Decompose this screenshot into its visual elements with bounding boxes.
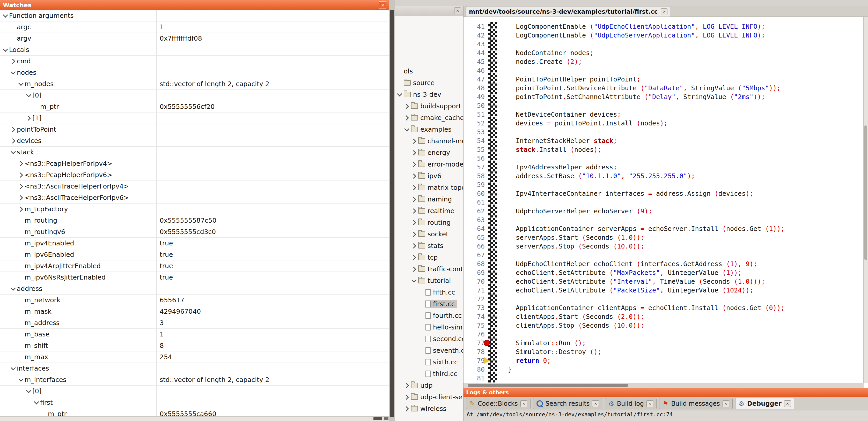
- expander-open-icon[interactable]: [410, 277, 418, 285]
- watch-row[interactable]: m_tcpFactory: [0, 203, 389, 215]
- watch-row[interactable]: [0]: [0, 386, 389, 397]
- tree-item-ns-3-dev[interactable]: ns-3-dev: [395, 89, 463, 100]
- breakpoint-margin[interactable]: [488, 189, 497, 198]
- logs-tab-build-log[interactable]: ⚙Build log✕: [605, 398, 657, 409]
- watch-row[interactable]: m_ipv4Enabledtrue: [0, 238, 389, 249]
- code-line[interactable]: 55 stack.Install (nodes);: [464, 145, 864, 154]
- expander-closed-icon[interactable]: [403, 103, 410, 110]
- code-line[interactable]: 67: [464, 251, 864, 259]
- expander-closed-icon[interactable]: [17, 205, 25, 213]
- breakpoint-margin[interactable]: [488, 233, 497, 242]
- scrollbar-thumb[interactable]: [390, 10, 394, 417]
- breakpoint-margin[interactable]: [488, 163, 497, 171]
- tree-item-source[interactable]: source: [395, 77, 463, 89]
- code-line[interactable]: 77 Simulator::Run ();: [464, 338, 864, 347]
- watch-row[interactable]: <ns3::PcapHelperForIpv6>: [0, 169, 389, 181]
- tree-item-hello-simul[interactable]: hello-simul: [395, 321, 463, 333]
- breakpoint-margin[interactable]: [488, 277, 497, 286]
- breakpoint-margin[interactable]: [488, 259, 497, 268]
- watch-row[interactable]: first: [0, 397, 389, 408]
- watch-row[interactable]: stack: [0, 147, 389, 158]
- tab-close-button[interactable]: ✕: [647, 400, 653, 407]
- tree-item-ols[interactable]: ols: [395, 65, 463, 77]
- watch-row[interactable]: nodes: [0, 67, 389, 78]
- scrollbar-thumb[interactable]: [468, 384, 628, 387]
- code-line[interactable]: 64 ApplicationContainer serverApps = ech…: [464, 224, 864, 233]
- tab-close-button[interactable]: ✕: [784, 400, 791, 407]
- watch-row[interactable]: m_interfacesstd::vector of length 2, cap…: [0, 374, 389, 386]
- expander-closed-icon[interactable]: [410, 207, 418, 215]
- code-line[interactable]: 43: [464, 39, 864, 48]
- breakpoint-margin[interactable]: [488, 154, 497, 163]
- expander-closed-icon[interactable]: [25, 115, 32, 122]
- watch-row[interactable]: m_ipv4ArpJitterEnabledtrue: [0, 260, 389, 272]
- watch-row[interactable]: cmd: [0, 56, 389, 67]
- breakpoint-margin[interactable]: [488, 198, 497, 206]
- expander-open-icon[interactable]: [2, 12, 9, 20]
- expander-open-icon[interactable]: [9, 69, 17, 76]
- logs-tab-build-messages[interactable]: ⚑Build messages✕: [659, 398, 733, 409]
- editor-vscrollbar[interactable]: [863, 17, 868, 383]
- watch-row[interactable]: m_ipv6NsRsJitterEnabledtrue: [0, 272, 389, 283]
- tree-item-sixth.cc[interactable]: sixth.cc: [395, 356, 463, 368]
- code-line[interactable]: 81: [464, 374, 864, 383]
- expander-open-icon[interactable]: [9, 285, 17, 292]
- tree-item-realtime[interactable]: realtime: [395, 205, 463, 217]
- code-line[interactable]: 70 echoClient.SetAttribute ("Interval", …: [464, 277, 864, 286]
- watch-row[interactable]: <ns3::AsciiTraceHelperForIpv4>: [0, 181, 389, 192]
- code-line[interactable]: 42 LogComponentEnable ("UdpEchoServerApp…: [464, 31, 864, 39]
- breakpoint-margin[interactable]: [488, 365, 497, 374]
- expander-open-icon[interactable]: [17, 376, 25, 384]
- breakpoint-margin[interactable]: [488, 312, 497, 321]
- expander-closed-icon[interactable]: [17, 171, 25, 179]
- code-line[interactable]: 54 InternetStackHelper stack;: [464, 136, 864, 145]
- watch-row[interactable]: m_network655617: [0, 295, 389, 306]
- expander-open-icon[interactable]: [403, 126, 410, 133]
- expander-closed-icon[interactable]: [410, 254, 418, 261]
- breakpoint-margin[interactable]: [488, 330, 497, 338]
- breakpoint-margin[interactable]: [488, 31, 497, 39]
- watch-row[interactable]: Locals: [0, 44, 389, 56]
- tree-item-second.cc[interactable]: second.cc: [395, 333, 463, 345]
- code-line[interactable]: 78 Simulator::Destroy ();: [464, 347, 864, 356]
- expander-closed-icon[interactable]: [410, 196, 418, 203]
- watch-row[interactable]: interfaces: [0, 363, 389, 374]
- code-line[interactable]: 58 address.SetBase ("10.1.1.0", "255.255…: [464, 171, 864, 180]
- scrollbar-thumb[interactable]: [864, 125, 867, 260]
- breakpoint-margin[interactable]: [488, 295, 497, 303]
- code-line[interactable]: 61: [464, 198, 864, 206]
- expander-closed-icon[interactable]: [410, 161, 418, 168]
- code-line[interactable]: 45 nodes.Create (2);: [464, 57, 864, 66]
- breakpoint-margin[interactable]: [488, 224, 497, 233]
- tree-item-udp[interactable]: udp: [395, 380, 463, 391]
- expander-open-icon[interactable]: [17, 80, 25, 88]
- tree-item-seventh.cc[interactable]: seventh.cc: [395, 345, 463, 356]
- expander-open-icon[interactable]: [9, 365, 17, 372]
- watch-row[interactable]: m_ptr0x55555556cf20: [0, 101, 389, 112]
- code-line[interactable]: 63: [464, 216, 864, 224]
- expander-open-icon[interactable]: [396, 91, 403, 98]
- code-line[interactable]: 60 Ipv4InterfaceContainer interfaces = a…: [464, 189, 864, 198]
- code-line[interactable]: 52 devices = pointToPoint.Install (nodes…: [464, 119, 864, 128]
- tree-panel-close-button[interactable]: ✕: [454, 7, 461, 14]
- breakpoint-margin[interactable]: [488, 48, 497, 57]
- code-line[interactable]: 79 return 0;: [464, 356, 864, 365]
- tree-item-examples[interactable]: examples: [395, 124, 463, 135]
- watches-close-button[interactable]: ✕: [379, 1, 386, 9]
- breakpoint-margin[interactable]: [488, 66, 497, 75]
- breakpoint-margin[interactable]: [488, 216, 497, 224]
- breakpoint-margin[interactable]: [488, 57, 497, 66]
- watches-hscrollbar[interactable]: [0, 416, 389, 421]
- breakpoint-margin[interactable]: [488, 268, 497, 277]
- watch-row[interactable]: m_routing0x555555587c50: [0, 215, 389, 226]
- breakpoint-margin[interactable]: [488, 356, 497, 365]
- tree-panel-titlebar[interactable]: ✕: [395, 6, 463, 16]
- watch-row[interactable]: <ns3::AsciiTraceHelperForIpv6>: [0, 192, 389, 203]
- watch-row[interactable]: pointToPoint: [0, 124, 389, 135]
- expander-closed-icon[interactable]: [17, 183, 25, 190]
- breakpoint-margin[interactable]: [488, 251, 497, 259]
- expander-closed-icon[interactable]: [9, 137, 17, 144]
- code-line[interactable]: 71 echoClient.SetAttribute ("PacketSize"…: [464, 286, 864, 295]
- breakpoint-icon[interactable]: [484, 340, 490, 346]
- breakpoint-margin[interactable]: [488, 286, 497, 295]
